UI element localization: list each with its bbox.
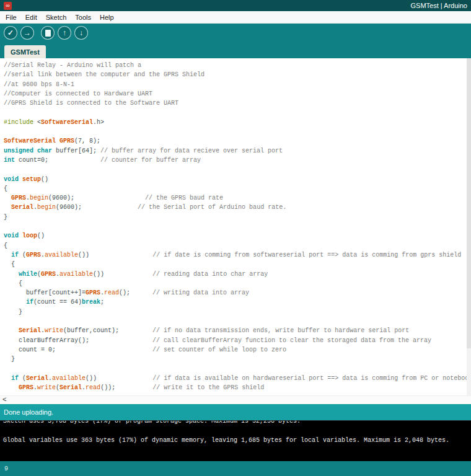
code-line: clearBufferArray(); // call clearBufferA… [4, 336, 471, 345]
status-bar: Done uploading. [0, 404, 471, 420]
check-icon: ✓ [7, 29, 14, 37]
code-line: Serial.begin(9600); // the Serial port o… [4, 203, 471, 212]
menu-help[interactable]: Help [95, 14, 118, 21]
code-line: SoftwareSerial GPRS(7, 8); [4, 136, 471, 146]
code-line: //GPRS Shield is connected to the Softwa… [4, 99, 471, 108]
code-line: //at 9600 bps 8-N-1 [4, 80, 471, 89]
code-editor[interactable]: //Serial Relay - Arduino will patch a//s… [0, 58, 471, 395]
code-line: { [4, 241, 471, 250]
tab-gsmtest[interactable]: GSMTest [4, 45, 46, 58]
code-line: if (GPRS.available()) // if date is comm… [4, 250, 471, 260]
vertical-scrollbar-thumb[interactable] [467, 58, 471, 348]
vertical-scrollbar[interactable] [467, 58, 471, 395]
code-line: Serial.write(buffer,count); // if no dat… [4, 326, 471, 335]
code-line [4, 165, 471, 174]
console-output: Sketch uses 5,768 bytes (17%) of program… [0, 420, 471, 461]
code-area[interactable]: //Serial Relay - Arduino will patch a//s… [0, 58, 471, 392]
menu-file[interactable]: File [1, 14, 21, 21]
arrow-up-icon: ↑ [63, 29, 66, 37]
footer-bar: 9 [0, 461, 471, 476]
new-sketch-button[interactable] [41, 26, 55, 40]
code-line: if (Serial.available()) // if data is av… [4, 374, 471, 383]
code-line [4, 108, 471, 117]
code-line: GPRS.begin(9600); // the GPRS baud rate [4, 193, 471, 203]
code-line: int count=0; // counter for buffer array [4, 156, 471, 165]
code-line: //Serial Relay - Arduino will patch a [4, 61, 471, 70]
arduino-app-icon: ∞ [4, 2, 12, 10]
code-line: { [4, 184, 471, 193]
code-line: unsigned char buffer[64]; // buffer arra… [4, 146, 471, 156]
arrow-down-icon: ↓ [79, 29, 83, 37]
status-message: Done uploading. [4, 408, 53, 416]
menu-bar: FileEditSketchToolsHelp [0, 11, 471, 24]
code-line: { [4, 279, 471, 288]
arduino-ide-window: ∞ GSMTest | Arduino FileEditSketchToolsH… [0, 0, 471, 476]
console-line: Global variables use 363 bytes (17%) of … [3, 436, 471, 444]
console-line: Sketch uses 5,768 bytes (17%) of program… [3, 420, 471, 425]
code-line: //serial link between the computer and t… [4, 70, 471, 79]
line-number-indicator: 9 [4, 465, 8, 472]
code-line: buffer[count++]=GPRS.read(); // writing … [4, 288, 471, 298]
menu-tools[interactable]: Tools [71, 14, 95, 21]
tab-strip: GSMTest [0, 42, 471, 58]
code-line: #include <SoftwareSerial.h> [4, 118, 471, 127]
upload-button[interactable]: → [20, 26, 34, 40]
menu-edit[interactable]: Edit [21, 14, 42, 21]
toolbar: ✓→↑↓ [0, 24, 471, 42]
window-title: GSMTest | Arduino [410, 2, 467, 9]
code-line [4, 127, 471, 136]
code-line: //Computer is connected to Hardware UART [4, 89, 471, 99]
document-icon [45, 30, 51, 37]
open-button[interactable]: ↑ [58, 26, 71, 40]
code-line: } [4, 307, 471, 317]
code-line: while(GPRS.available()) // reading data … [4, 270, 471, 279]
code-line: count = 0; // set counter of while loop … [4, 345, 471, 355]
code-line [4, 364, 471, 374]
code-line: GPRS.write(Serial.read()); // write it t… [4, 383, 471, 392]
save-button[interactable]: ↓ [74, 26, 88, 40]
code-line: { [4, 260, 471, 269]
code-line: if(count == 64)break; [4, 298, 471, 307]
code-line [4, 317, 471, 326]
title-bar: ∞ GSMTest | Arduino [0, 0, 471, 11]
code-line [4, 222, 471, 231]
code-line: void loop() [4, 231, 471, 240]
menu-sketch[interactable]: Sketch [42, 14, 71, 21]
arrow-right-icon: → [24, 29, 31, 37]
scroll-left-arrow-icon[interactable]: < [2, 397, 7, 403]
code-line: void setup() [4, 175, 471, 184]
code-line: } [4, 355, 471, 364]
horizontal-scrollbar[interactable]: < [0, 395, 471, 404]
code-line: } [4, 213, 471, 222]
verify-button[interactable]: ✓ [4, 26, 17, 40]
